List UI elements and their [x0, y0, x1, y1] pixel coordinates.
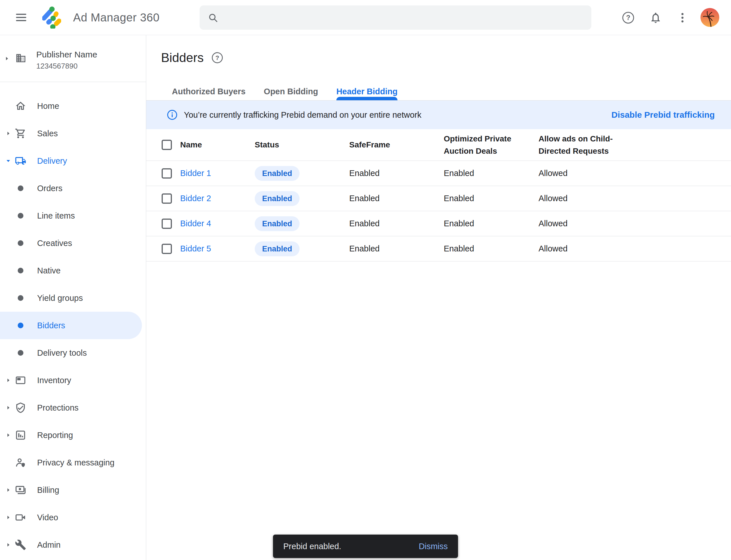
row-checkbox[interactable]	[162, 168, 172, 179]
tab-bar: Authorized Buyers Open Bidding Header Bi…	[146, 80, 731, 101]
bidder-link[interactable]: Bidder 5	[180, 244, 255, 253]
help-icon[interactable]: ?	[618, 0, 638, 35]
building-icon	[15, 53, 26, 63]
bar-chart-icon	[15, 429, 26, 441]
expand-right-icon	[6, 542, 11, 547]
sidebar-item-sales[interactable]: Sales	[0, 120, 146, 147]
safeframe-cell: Enabled	[349, 194, 444, 203]
bidder-link[interactable]: Bidder 4	[180, 219, 255, 228]
child-directed-cell: Allowed	[538, 169, 731, 178]
menu-icon[interactable]	[16, 14, 26, 21]
more-options-icon[interactable]	[672, 0, 692, 35]
expand-down-icon	[6, 158, 11, 163]
expand-right-icon	[6, 405, 11, 410]
sidebar-item-line-items[interactable]: Line items	[0, 202, 146, 229]
opad-cell: Enabled	[444, 244, 538, 253]
child-directed-cell: Allowed	[538, 244, 731, 253]
toast-message: Prebid enabled.	[283, 542, 341, 551]
bullet-icon	[15, 323, 26, 328]
disable-prebid-link[interactable]: Disable Prebid trafficking	[611, 110, 715, 120]
bullet-icon	[15, 185, 26, 191]
safeframe-cell: Enabled	[349, 169, 444, 178]
home-icon	[15, 100, 26, 112]
tab-authorized-buyers[interactable]: Authorized Buyers	[172, 80, 246, 100]
bidder-link[interactable]: Bidder 1	[180, 169, 255, 178]
child-directed-cell: Allowed	[538, 219, 731, 228]
status-badge: Enabled	[255, 191, 300, 206]
select-all-checkbox[interactable]	[162, 140, 172, 150]
bidders-table: Name Status SafeFrame Optimized Private …	[146, 129, 731, 261]
bullet-icon	[15, 350, 26, 356]
column-header-opad: Optimized Private Auction Deals	[444, 133, 515, 157]
table-row: Bidder 5 Enabled Enabled Enabled Allowed	[146, 236, 731, 261]
snackbar-toast: Prebid enabled. Dismiss	[273, 535, 458, 558]
expand-right-icon	[6, 433, 11, 438]
table-row: Bidder 1 Enabled Enabled Enabled Allowed	[146, 161, 731, 186]
bullet-icon	[15, 295, 26, 301]
sidebar-item-orders[interactable]: Orders	[0, 175, 146, 202]
bidder-link[interactable]: Bidder 2	[180, 194, 255, 203]
publisher-switcher[interactable]: Publisher Name 1234567890	[0, 35, 146, 82]
sidebar-item-delivery[interactable]: Delivery	[0, 147, 146, 175]
person-shield-icon	[15, 457, 26, 468]
bullet-icon	[15, 213, 26, 219]
table-row: Bidder 4 Enabled Enabled Enabled Allowed	[146, 211, 731, 236]
page-title: Bidders	[161, 51, 204, 65]
banner-message: You’re currently trafficking Prebid dema…	[184, 110, 421, 120]
help-icon[interactable]: ?	[211, 51, 224, 64]
sidebar-menu: Home Sales Delivery Orders Line items	[0, 82, 146, 559]
status-badge: Enabled	[255, 166, 300, 181]
cart-icon	[15, 128, 26, 139]
avatar[interactable]	[700, 8, 719, 27]
sidebar-item-yield-groups[interactable]: Yield groups	[0, 284, 146, 312]
row-checkbox[interactable]	[162, 244, 172, 254]
dismiss-button[interactable]: Dismiss	[419, 542, 448, 551]
safeframe-cell: Enabled	[349, 219, 444, 228]
bullet-icon	[15, 268, 26, 273]
column-header-child-directed: Allow ads on Child-Directed Requests	[538, 133, 616, 157]
sidebar-item-protections[interactable]: Protections	[0, 394, 146, 421]
publisher-name: Publisher Name	[36, 50, 97, 59]
sidebar-item-reporting[interactable]: Reporting	[0, 421, 146, 449]
expand-right-icon	[6, 131, 11, 136]
sidebar-item-creatives[interactable]: Creatives	[0, 229, 146, 257]
shield-check-icon	[15, 402, 26, 413]
sidebar-item-video[interactable]: Video	[0, 504, 146, 531]
sidebar-item-home[interactable]: Home	[0, 92, 146, 120]
ad-manager-logo-icon	[42, 6, 61, 30]
sidebar-item-native[interactable]: Native	[0, 257, 146, 284]
svg-text:?: ?	[626, 14, 630, 21]
opad-cell: Enabled	[444, 219, 538, 228]
sidebar-item-bidders[interactable]: Bidders	[0, 312, 142, 339]
truck-icon	[15, 155, 26, 167]
table-header-row: Name Status SafeFrame Optimized Private …	[146, 129, 731, 161]
search-icon	[208, 12, 219, 23]
row-checkbox[interactable]	[162, 193, 172, 204]
tab-open-bidding[interactable]: Open Bidding	[264, 80, 318, 100]
tab-indicator	[337, 97, 397, 100]
column-header-safeframe: SafeFrame	[349, 139, 444, 151]
safeframe-cell: Enabled	[349, 244, 444, 253]
info-banner: You’re currently trafficking Prebid dema…	[146, 101, 731, 129]
column-header-status: Status	[255, 139, 349, 151]
sidebar-item-admin[interactable]: Admin	[0, 531, 146, 559]
expand-right-icon	[4, 56, 9, 61]
sidebar-item-inventory[interactable]: Inventory	[0, 367, 146, 394]
sidebar-item-privacy-messaging[interactable]: Privacy & messaging	[0, 449, 146, 476]
notifications-bell-icon[interactable]	[646, 0, 666, 35]
svg-text:?: ?	[215, 54, 219, 61]
info-icon	[167, 109, 178, 120]
window-icon	[15, 375, 26, 386]
child-directed-cell: Allowed	[538, 194, 731, 203]
row-checkbox[interactable]	[162, 219, 172, 229]
bullet-icon	[15, 240, 26, 246]
publisher-id: 1234567890	[36, 62, 97, 71]
video-camera-icon	[15, 512, 26, 523]
opad-cell: Enabled	[444, 194, 538, 203]
sidebar-item-billing[interactable]: Billing	[0, 476, 146, 504]
sidebar-item-delivery-tools[interactable]: Delivery tools	[0, 339, 146, 367]
status-badge: Enabled	[255, 241, 300, 256]
search-input[interactable]	[200, 5, 591, 30]
table-row: Bidder 2 Enabled Enabled Enabled Allowed	[146, 186, 731, 211]
tab-header-bidding[interactable]: Header Bidding	[337, 80, 397, 100]
